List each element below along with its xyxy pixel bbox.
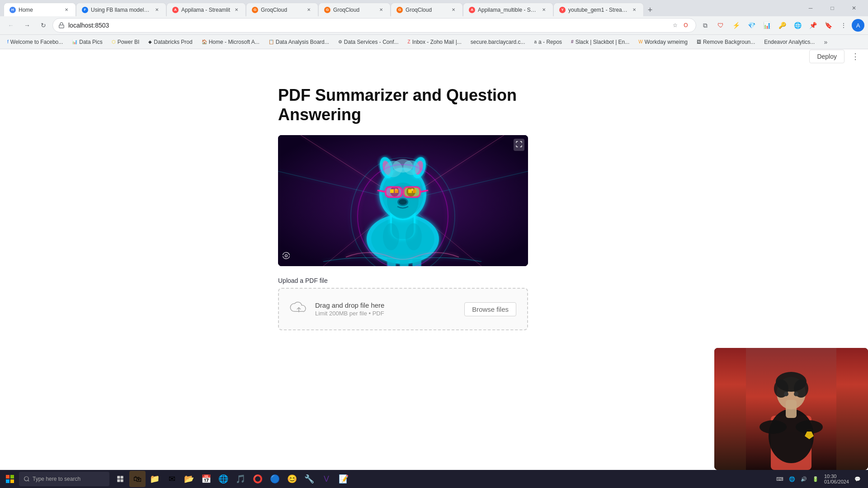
tab-close-fb[interactable]: ✕: [153, 6, 160, 14]
profile-avatar[interactable]: A: [852, 19, 864, 32]
back-button[interactable]: ←: [4, 18, 18, 33]
tab-close-appilama-multi[interactable]: ✕: [540, 6, 547, 14]
expand-icon[interactable]: [514, 139, 524, 151]
tab-home[interactable]: H Home ✕: [4, 3, 76, 16]
bookmark-datapics[interactable]: 📊 Data Pics: [68, 37, 106, 47]
extensions-icon[interactable]: ⧉: [698, 18, 712, 33]
taskbar-app-files[interactable]: 📂: [181, 471, 197, 487]
tab-groq3[interactable]: G GroqCloud ✕: [391, 3, 463, 16]
tab-appilama[interactable]: A Appilama - Streamlit ✕: [166, 3, 246, 16]
toolbar-icon-1[interactable]: ⚡: [729, 18, 743, 33]
address-url-text: localhost:8503: [68, 22, 667, 29]
bookmark-slack[interactable]: # Slack | Slackbot | En...: [567, 37, 633, 47]
taskbar-app-circle[interactable]: ⭕: [250, 471, 266, 487]
tab-close-appilama[interactable]: ✕: [233, 6, 240, 14]
bookmark-label-barclaycard: secure.barclaycard.c...: [471, 39, 525, 45]
tray-volume[interactable]: 🔊: [799, 476, 809, 482]
taskbar-app-folders[interactable]: 📁: [146, 471, 163, 487]
bookmark-powerbi[interactable]: ⬡ Power BI: [108, 37, 143, 47]
bookmark-label-data-services: Data Services - Conf...: [344, 39, 399, 45]
tray-time[interactable]: 10:3001/06/2024: [822, 474, 851, 484]
tab-close-groq3[interactable]: ✕: [450, 6, 457, 14]
toolbar-icon-2[interactable]: 💎: [744, 18, 759, 33]
bookmark-databricks[interactable]: ◆ Databricks Prod: [145, 37, 196, 47]
browse-files-button[interactable]: Browse files: [464, 302, 516, 316]
bookmark-repos[interactable]: a a - Repos: [531, 37, 566, 47]
tab-favicon-appilama-multi: A: [469, 7, 475, 13]
taskbar-app-tool[interactable]: 🔧: [301, 471, 317, 487]
streamlit-menu-button[interactable]: ⋮: [848, 49, 863, 64]
bookmark-workday[interactable]: W Workday wmeimg: [635, 37, 691, 47]
tab-youtube[interactable]: Y youtube_gem1 - Streamlit ✕: [553, 3, 644, 16]
taskbar-app-note[interactable]: 📝: [335, 471, 352, 487]
bookmark-endeavor[interactable]: Endeavor Analytics...: [760, 37, 818, 47]
taskbar-app-vs[interactable]: V: [318, 471, 335, 487]
taskbar-app-calendar[interactable]: 📅: [198, 471, 214, 487]
toolbar-icon-5[interactable]: 🌐: [790, 18, 805, 33]
windows-logo-icon: [6, 475, 14, 483]
taskbar-app-bag[interactable]: 🛍: [129, 471, 146, 487]
svg-point-43: [383, 223, 399, 250]
bookmark-data-services[interactable]: ⚙ Data Services - Conf...: [335, 37, 402, 47]
toolbar-icon-4[interactable]: 🔑: [775, 18, 789, 33]
tab-fb-llama[interactable]: F Using FB llama models on P... ✕: [76, 3, 166, 16]
svg-rect-71: [117, 479, 120, 482]
taskbar-app-mail[interactable]: ✉: [164, 471, 180, 487]
bookmarks-more-button[interactable]: »: [820, 37, 831, 47]
address-bar[interactable]: localhost:8503 ☆ O: [52, 18, 696, 33]
toolbar-icon-7[interactable]: 🔖: [821, 18, 835, 33]
tab-close-home[interactable]: ✕: [63, 6, 70, 14]
minimize-button[interactable]: ─: [800, 1, 821, 15]
lock-icon: [58, 22, 65, 28]
taskbar-icons: 🛍 📁 ✉ 📂 📅 🌐 🎵 ⭕ 🔵 😊 🔧: [112, 471, 352, 487]
bookmark-label-removebg: Remove Backgroun...: [703, 39, 755, 45]
upload-main-text: Drag and drop file here: [315, 301, 384, 309]
toolbar-icon-3[interactable]: 📊: [760, 18, 774, 33]
close-button[interactable]: ✕: [844, 1, 864, 15]
bookmark-star-icon[interactable]: ☆: [670, 21, 679, 30]
adblock-icon[interactable]: 🛡: [713, 18, 728, 33]
taskbar-search-bar[interactable]: Type here to search: [19, 472, 109, 486]
bookmark-label-workday: Workday wmeimg: [645, 39, 688, 45]
opera-icon[interactable]: O: [681, 21, 690, 30]
tab-close-groq1[interactable]: ✕: [305, 6, 312, 14]
bookmark-facebook[interactable]: f Welcome to Facebo...: [4, 37, 66, 47]
new-tab-button[interactable]: +: [644, 4, 656, 16]
toolbar-icons: ⧉ 🛡 ⚡ 💎 📊 🔑 🌐 📌 🔖 ⋮ A: [698, 18, 864, 33]
taskbar-task-view[interactable]: [112, 471, 128, 487]
refresh-button[interactable]: ↻: [36, 18, 51, 33]
tab-title-fb: Using FB llama models on P...: [91, 7, 151, 13]
tray-battery[interactable]: 🔋: [811, 476, 821, 482]
bookmark-label-slack: Slack | Slackbot | En...: [576, 39, 630, 45]
tab-groq2[interactable]: G GroqCloud ✕: [318, 3, 391, 16]
tab-close-youtube[interactable]: ✕: [631, 6, 638, 14]
taskbar-app-face[interactable]: 😊: [284, 471, 300, 487]
taskbar-app-chrome[interactable]: 🔵: [267, 471, 283, 487]
bookmark-barclaycard[interactable]: secure.barclaycard.c...: [467, 37, 529, 47]
menu-icon[interactable]: ⋮: [836, 18, 851, 33]
toolbar-icon-6[interactable]: 📌: [806, 18, 820, 33]
bookmark-data-analysis[interactable]: 📋 Data Analysis Board...: [265, 37, 333, 47]
upload-area[interactable]: Drag and drop file here Limit 200MB per …: [278, 288, 528, 330]
bookmark-zoho[interactable]: Z Inbox - Zoho Mail |...: [404, 37, 465, 47]
forward-button[interactable]: →: [20, 18, 34, 33]
bookmark-microsoft[interactable]: 🏠 Home - Microsoft A...: [198, 37, 263, 47]
notification-center[interactable]: 💬: [853, 476, 863, 482]
start-button[interactable]: [2, 471, 18, 487]
tab-groq1[interactable]: G GroqCloud ✕: [246, 3, 318, 16]
svg-rect-42: [413, 189, 416, 193]
screenshare-icon[interactable]: [282, 251, 291, 263]
tab-appilama-multi[interactable]: A Appilama_multible - Streami... ✕: [463, 3, 553, 16]
maximize-button[interactable]: □: [822, 1, 843, 15]
upload-text: Drag and drop file here Limit 200MB per …: [315, 301, 384, 317]
svg-rect-64: [6, 475, 9, 479]
tab-favicon-groq2: G: [324, 7, 330, 13]
deploy-button[interactable]: Deploy: [809, 50, 844, 63]
bookmark-removebg[interactable]: 🖼 Remove Backgroun...: [693, 37, 759, 47]
webcam-overlay: [714, 348, 868, 470]
tray-network[interactable]: 🌐: [787, 476, 797, 482]
taskbar-app-browser[interactable]: 🌐: [215, 471, 231, 487]
taskbar-app-music[interactable]: 🎵: [232, 471, 249, 487]
tab-close-groq2[interactable]: ✕: [377, 6, 385, 14]
tray-keyboard[interactable]: ⌨: [774, 476, 785, 482]
